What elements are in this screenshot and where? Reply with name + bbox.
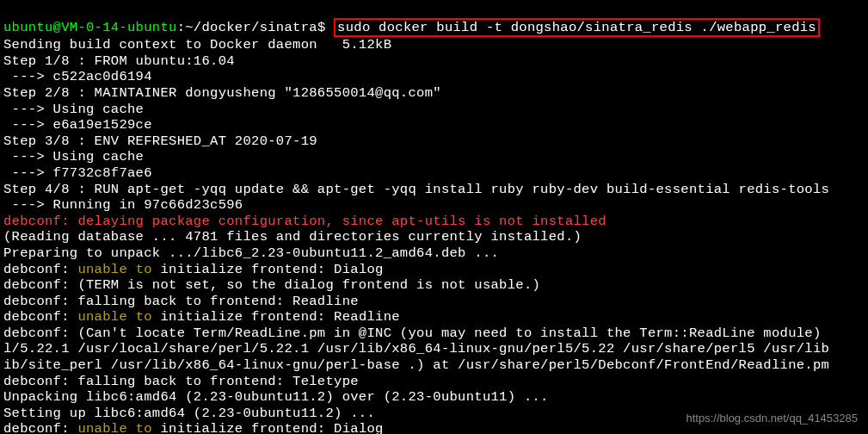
output-line: ib/site_perl /usr/lib/x86_64-linux-gnu/p… [3, 357, 829, 373]
output-line: debconf: [3, 421, 77, 434]
prompt-path: ~/docker/sinatra [185, 20, 317, 35]
output-line: Step 4/8 : RUN apt-get -yqq update && ap… [3, 182, 829, 197]
output-line-warn: unable to [77, 309, 151, 325]
command-text: sudo docker build -t dongshao/sinatra_re… [337, 20, 816, 35]
output-line: ---> e6a19e1529ce [3, 117, 152, 133]
output-line: debconf: [3, 309, 77, 325]
output-line-warn: unable to [77, 421, 151, 434]
output-line: Step 2/8 : MAINTAINER dongyusheng "12865… [3, 85, 441, 101]
prompt-separator: : [177, 20, 186, 35]
output-line: Setting up libc6:amd64 (2.23-0ubuntu11.2… [3, 406, 375, 421]
output-line: ---> f7732c8f7ae6 [3, 165, 152, 181]
output-line: initialize frontend: Dialog [152, 262, 384, 277]
output-line: ---> Using cache [3, 102, 144, 117]
output-line: debconf: falling back to frontend: Telet… [3, 374, 359, 389]
output-line: ---> c522ac0d6194 [3, 69, 152, 84]
output-line: debconf: (Can't locate Term/ReadLine.pm … [3, 326, 822, 341]
output-line: ---> Using cache [3, 149, 144, 164]
output-line: (Reading database ... 4781 files and dir… [3, 229, 582, 245]
output-line: debconf: [3, 262, 77, 277]
command-highlight: sudo docker build -t dongshao/sinatra_re… [334, 18, 820, 38]
terminal-output: ubuntu@VM-0-14-ubuntu:~/docker/sinatra$ … [3, 2, 865, 434]
watermark-text: https://blog.csdn.net/qq_41453285 [686, 412, 859, 425]
prompt-symbol: $ [317, 20, 334, 35]
output-line: Step 1/8 : FROM ubuntu:16.04 [3, 53, 235, 69]
output-line: debconf: (TERM is not set, so the dialog… [3, 277, 540, 293]
output-line: debconf: falling back to frontend: Readl… [3, 294, 359, 309]
output-line: ---> Running in 97c66d23c596 [3, 197, 243, 213]
output-line-warn: unable to [77, 262, 151, 277]
output-line: Unpacking libc6:amd64 (2.23-0ubuntu11.2)… [3, 389, 549, 405]
output-line: l/5.22.1 /usr/local/share/perl/5.22.1 /u… [3, 341, 829, 356]
output-line: Preparing to unpack .../libc6_2.23-0ubun… [3, 245, 499, 261]
output-line: initialize frontend: Dialog [152, 421, 384, 434]
output-line: Step 3/8 : ENV REFRESHED_AT 2020-07-19 [3, 133, 317, 149]
output-line: Sending build context to Docker daemon 5… [3, 37, 391, 53]
prompt-user-host: ubuntu@VM-0-14-ubuntu [3, 20, 177, 35]
output-line-error: debconf: delaying package configuration,… [3, 214, 606, 229]
output-line: initialize frontend: Readline [152, 309, 400, 325]
